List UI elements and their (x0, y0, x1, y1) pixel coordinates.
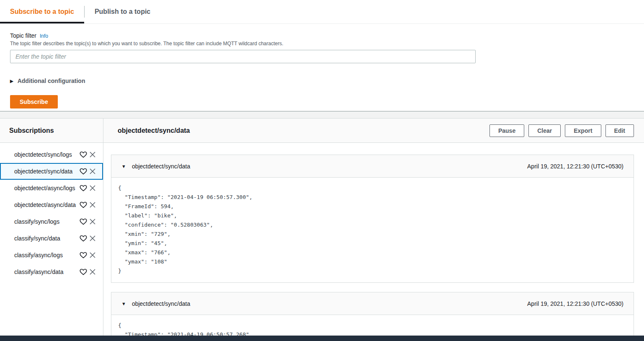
subscription-item[interactable]: objectdetect/sync/logs (0, 146, 103, 163)
panel-header: Subscriptions objectdetect/sync/data Pau… (0, 119, 644, 143)
tab-subscribe-to-a-topic[interactable]: Subscribe to a topic (0, 0, 84, 23)
message-topic: objectdetect/sync/data (132, 300, 190, 307)
remove-subscription-x-icon[interactable] (88, 183, 97, 193)
subscription-topic-label: objectdetect/sync/data (14, 168, 79, 175)
favorite-heart-icon[interactable] (79, 267, 88, 276)
tab-bar: Subscribe to a topic Publish to a topic (0, 0, 644, 24)
subscribe-form-card: Subscribe to a topic Publish to a topic … (0, 0, 644, 111)
message-card-header: ▼ objectdetect/sync/data April 19, 2021,… (111, 292, 634, 315)
pause-button[interactable]: Pause (489, 124, 524, 137)
tab-label: Publish to a topic (95, 8, 150, 16)
message-timestamp: April 19, 2021, 12:21:30 (UTC+0530) (527, 163, 623, 170)
subscription-item[interactable]: classify/sync/data (0, 230, 103, 247)
message-feed: ▼ objectdetect/sync/data April 19, 2021,… (103, 143, 644, 341)
topic-filter-label: Topic filter (10, 32, 36, 39)
collapse-caret-icon[interactable]: ▼ (121, 164, 126, 169)
selected-topic-title: objectdetect/sync/data (118, 127, 190, 134)
favorite-heart-icon[interactable] (79, 200, 88, 209)
subscription-topic-label: objectdetect/async/data (14, 202, 79, 208)
subscription-topic-label: classify/async/logs (14, 252, 79, 258)
remove-subscription-x-icon[interactable] (88, 200, 97, 209)
message-payload: { "Timestamp": "2021-04-19 06:50:57.300"… (111, 178, 634, 282)
favorite-heart-icon[interactable] (79, 251, 88, 260)
collapse-caret-icon[interactable]: ▼ (121, 301, 126, 306)
clear-button[interactable]: Clear (528, 124, 561, 137)
subscription-topic-label: classify/sync/logs (14, 218, 79, 225)
topic-filter-form: Topic filter Info The topic filter descr… (0, 24, 644, 108)
subscription-topic-label: classify/async/data (14, 269, 79, 275)
subscriptions-panel: Subscriptions objectdetect/sync/data Pau… (0, 118, 644, 341)
message-actions: Pause Clear Export Edit (489, 124, 634, 137)
favorite-heart-icon[interactable] (79, 217, 88, 226)
subscription-item[interactable]: objectdetect/async/data (0, 196, 103, 213)
console-footer-bar (0, 336, 644, 341)
topic-filter-input[interactable] (10, 50, 476, 63)
subscriptions-title: Subscriptions (9, 127, 54, 134)
subscription-item[interactable]: classify/async/data (0, 264, 103, 280)
subscription-item[interactable]: objectdetect/sync/data (0, 163, 103, 180)
remove-subscription-x-icon[interactable] (88, 217, 97, 226)
export-button[interactable]: Export (565, 124, 601, 137)
remove-subscription-x-icon[interactable] (88, 234, 97, 243)
subscribe-button[interactable]: Subscribe (10, 95, 58, 108)
subscription-list: objectdetect/sync/logsobjectdetect/sync/… (0, 143, 103, 341)
favorite-heart-icon[interactable] (79, 167, 88, 176)
additional-configuration-label: Additional configuration (18, 78, 85, 84)
message-card-header: ▼ objectdetect/sync/data April 19, 2021,… (111, 155, 634, 178)
tab-label: Subscribe to a topic (10, 8, 74, 16)
remove-subscription-x-icon[interactable] (88, 251, 97, 260)
message-card: ▼ objectdetect/sync/data April 19, 2021,… (111, 292, 634, 341)
edit-button[interactable]: Edit (605, 124, 634, 137)
caret-right-icon: ▶ (10, 79, 13, 83)
additional-configuration-toggle[interactable]: ▶ Additional configuration (10, 78, 85, 84)
message-topic: objectdetect/sync/data (132, 163, 190, 170)
favorite-heart-icon[interactable] (79, 234, 88, 243)
subscription-item[interactable]: classify/sync/logs (0, 213, 103, 230)
subscription-item[interactable]: objectdetect/async/logs (0, 180, 103, 196)
topic-filter-description: The topic filter describes the topic(s) … (10, 41, 634, 46)
favorite-heart-icon[interactable] (79, 183, 88, 193)
subscription-topic-label: objectdetect/async/logs (14, 185, 79, 191)
message-card: ▼ objectdetect/sync/data April 19, 2021,… (111, 155, 634, 283)
subscription-topic-label: classify/sync/data (14, 235, 79, 242)
remove-subscription-x-icon[interactable] (88, 267, 97, 276)
remove-subscription-x-icon[interactable] (88, 150, 97, 159)
favorite-heart-icon[interactable] (79, 150, 88, 159)
info-link[interactable]: Info (40, 33, 48, 39)
tab-publish-to-a-topic[interactable]: Publish to a topic (85, 0, 160, 23)
subscription-topic-label: objectdetect/sync/logs (14, 151, 79, 158)
message-timestamp: April 19, 2021, 12:21:30 (UTC+0530) (527, 300, 623, 307)
remove-subscription-x-icon[interactable] (88, 167, 97, 176)
subscription-item[interactable]: classify/async/logs (0, 247, 103, 264)
